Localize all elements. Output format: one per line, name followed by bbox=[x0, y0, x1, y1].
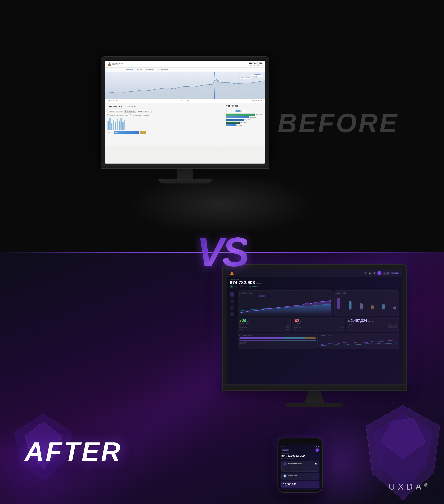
pws-cb-benchmark[interactable]: ✓ BENCHMARK PERFORMANCE bbox=[107, 114, 128, 116]
iphone-card-1-title: Below target achieved bbox=[288, 463, 302, 464]
uxda-cash-bar-1 bbox=[239, 337, 316, 339]
tg-bar-5: 310,654.90 bbox=[226, 124, 262, 126]
uxda-metric-gs-dot bbox=[239, 320, 241, 322]
pws-nav-summary[interactable]: Summary bbox=[126, 69, 133, 71]
imac-stand bbox=[302, 391, 327, 403]
uxda-alloc-panel: Allocation Eq bbox=[334, 290, 399, 316]
pws-cb-benchmark-label: BENCHMARK PERFORMANCE bbox=[110, 115, 128, 116]
uxda-metric-amount-dot bbox=[348, 320, 350, 322]
tg-btn-6m[interactable]: 6M bbox=[236, 110, 240, 112]
tg-bar-3: 634,120.55 bbox=[226, 119, 262, 121]
pws-checkboxes: ✓ BENCHMARK PERFORMANCE ✓ PORTFOLIO PERF… bbox=[107, 114, 221, 116]
tg-bar-4: 480,332.18 bbox=[226, 122, 262, 124]
uxda-perf-tab-capital[interactable]: Capital bbox=[259, 295, 265, 297]
after-label: AFTER bbox=[25, 436, 122, 467]
uxda-metric-gs: 29 0% Goldman Sachs P Moran24.5% bbox=[238, 317, 291, 332]
tg-btn-1yr[interactable]: 1YR bbox=[241, 110, 246, 112]
uxda-sidebar: ⌂ ◈ ◻ ⊙ bbox=[230, 290, 236, 383]
pws-bar-pct: 4.2% bbox=[107, 132, 113, 133]
uxda-add-benchmark-btn[interactable]: + Add benchmark bbox=[319, 295, 331, 297]
uxda-perf-tab-by-perf[interactable]: By Performance bbox=[247, 295, 258, 297]
pws-header: PRIVATE WEALTHSYSTEMS $207,610,370 as of… bbox=[105, 61, 265, 68]
imac-camera bbox=[314, 387, 315, 388]
top-gains-menu-icon[interactable]: ≡ bbox=[261, 106, 262, 108]
iphone-avatar[interactable] bbox=[316, 449, 319, 452]
pws-tab-allocation[interactable]: ALLOCATION bbox=[124, 105, 138, 108]
pws-subtab-manager[interactable]: By Manager bbox=[125, 110, 136, 113]
before-monitor: PRIVATE WEALTHSYSTEMS $207,610,370 as of… bbox=[101, 56, 269, 183]
pws-chart-svg bbox=[105, 72, 265, 99]
pws-other-bar bbox=[139, 131, 146, 134]
iphone-card-2-icon: 📊 bbox=[283, 474, 287, 478]
iphone-battery-icon: ▮ bbox=[318, 446, 319, 447]
pws-date-mid: Dec 21 2018 bbox=[181, 100, 189, 102]
uxda-alloc-bar-eq bbox=[337, 298, 340, 308]
pws-total-amount: $207,610,370 bbox=[249, 62, 262, 65]
uxda-metric-gs-row-3: Capital26.7% bbox=[239, 328, 289, 330]
svg-marker-9 bbox=[239, 301, 331, 314]
tg-bar-fill-5 bbox=[226, 124, 236, 126]
uxda-metric-gs-label: Goldman Sachs bbox=[239, 323, 289, 324]
pws-subtab-region[interactable]: By Region/Country bbox=[137, 110, 152, 113]
pws-cb-portfolio-label: PORTFOLIO PERFORMANCE bbox=[132, 115, 149, 116]
uxda-perf-tab-weekly[interactable]: Weekly bbox=[239, 295, 246, 297]
pws-chart-dates: Apr 29 2012 📅 Dec 21 2018 Nov 22 2019 📅 bbox=[105, 99, 265, 103]
pws-logo-icon bbox=[107, 62, 111, 66]
iphone-card-1-sub: Lorem ipsum dolisquet audat bbox=[288, 464, 302, 466]
uxda-alloc-cash: Ca bbox=[371, 306, 374, 310]
iphone-card-2-header: 📊 Numbers flow Lorem ipsum bbox=[283, 474, 317, 478]
pws-nav-reports[interactable]: Reports bbox=[137, 69, 142, 71]
uxda-sidebar-doc[interactable]: ◻ bbox=[230, 305, 234, 310]
uxda-metric-amount-rows: Channel1,767,432.74 USD 12,984,325.67 US… bbox=[348, 324, 397, 328]
iphone-notch bbox=[294, 440, 306, 443]
uxda-cash-seg-2 bbox=[283, 337, 305, 339]
uxda-alloc-bars: Eq Bd RE bbox=[336, 295, 397, 310]
pws-tab-performance[interactable]: PERFORMANCE bbox=[107, 105, 124, 108]
pws-nav-operations[interactable]: Operations bbox=[146, 69, 154, 71]
uxda-alloc-bar-cash bbox=[371, 306, 374, 308]
iphone-wifi-icon: ▲ bbox=[316, 446, 317, 447]
uxda-metric-amount-row-3: Others1,283,453.85 USD bbox=[348, 327, 397, 328]
pws-cb-portfolio[interactable]: ✓ PORTFOLIO PERFORMANCE bbox=[130, 114, 149, 116]
monitor-stand-base bbox=[158, 179, 212, 183]
uxda-cash-seg-1 bbox=[239, 337, 283, 339]
uxda-total-sub: 888,334.65 USD (0.034%) bbox=[234, 286, 251, 288]
pws-main-tabs: PERFORMANCE ALLOCATION bbox=[107, 105, 221, 108]
monitor-stand-neck bbox=[177, 169, 193, 179]
pws-subtab-asset[interactable]: By Asset Class/Sector bbox=[107, 110, 125, 113]
uxda-cash-title: Cash position bbox=[239, 335, 316, 336]
uxda-metric-amount-row-1: Channel1,767,432.74 USD bbox=[348, 324, 397, 325]
tg-bar-val-3: 634,120.55 bbox=[244, 119, 251, 121]
uxda-cash-panel: Cash position bbox=[238, 333, 318, 348]
tg-btn-3m[interactable]: 3M bbox=[231, 110, 235, 112]
iphone-tab-activities[interactable]: Activities bbox=[281, 449, 289, 451]
uxda-alloc-eq-label: Eq bbox=[338, 309, 339, 310]
uxda-alloc-equities: Eq bbox=[337, 298, 340, 310]
uxda-liquidity-panel: Asset liquidity bbox=[319, 333, 399, 348]
iphone-card-1-header: ⚡ Below target achieved Lorem ipsum doli… bbox=[283, 462, 317, 466]
uxda-sidebar-chart[interactable]: ◈ bbox=[230, 299, 234, 303]
iphone-status-bar: 9:41 ▐ ▲ ▮ bbox=[281, 446, 319, 447]
uxda-total-amount: 874,782,903 bbox=[230, 280, 255, 285]
pws-logo-text: PRIVATE WEALTHSYSTEMS bbox=[112, 63, 123, 65]
pws-nav-admin[interactable]: Administration bbox=[158, 69, 169, 71]
tg-bar-val-2: 812,445.02 bbox=[250, 117, 256, 118]
uxda-metric-gs-unit: 0% bbox=[247, 321, 249, 322]
uxda-metric-amount: 2,457,324 $A USD Channel1,767,432.74 USD bbox=[346, 317, 399, 332]
iphone-status-icons: ▐ ▲ ▮ bbox=[314, 446, 319, 447]
iphone-total-amount: 874,782,903 $A USD bbox=[281, 454, 319, 457]
monitor-dot bbox=[184, 164, 186, 165]
uxda-alloc-bonds-label: Bd bbox=[349, 309, 351, 310]
monitor-body: PRIVATE WEALTHSYSTEMS $207,610,370 as of… bbox=[101, 56, 269, 164]
uxda-brand-text: UXDA® bbox=[389, 482, 427, 492]
uxda-app-screen: 🔍 🔔 ⚙ ⊞ ≡ Portfolio bbox=[227, 269, 402, 384]
vs-section: VS bbox=[0, 226, 444, 278]
uxda-sidebar-home[interactable]: ⌂ bbox=[230, 292, 234, 297]
pws-top-gains-panel: TOP GAINS ≡ 1M 3M 6M 1YR bbox=[224, 103, 265, 146]
tg-btn-1m[interactable]: 1M bbox=[226, 110, 230, 112]
iphone-bottom-sub: 43,000,000 bbox=[283, 486, 317, 487]
tg-bar-val-5: 310,654.90 bbox=[236, 125, 242, 126]
uxda-sidebar-gear[interactable]: ⊙ bbox=[230, 312, 234, 316]
uxda-metric-gs-row-1: P Moran24.5% bbox=[239, 325, 289, 326]
iphone-body: 9:41 ▐ ▲ ▮ Activities Total net worth 87… bbox=[277, 438, 323, 493]
